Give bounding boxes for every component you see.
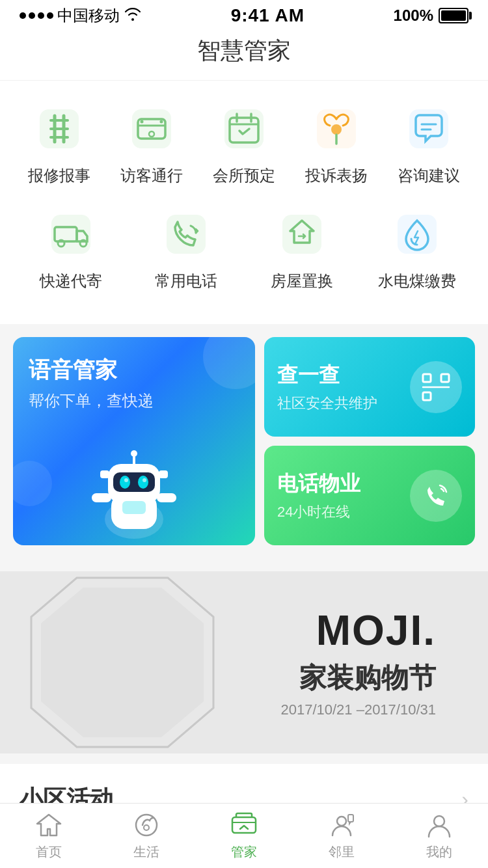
grid-label-house: 房屋置换 (271, 271, 333, 292)
manager-nav-icon (230, 811, 258, 839)
grid-label-phone: 常用电话 (155, 271, 217, 292)
grid-row-1: 报修报事 访客通行 (13, 100, 475, 186)
svg-marker-51 (41, 588, 204, 737)
svg-rect-48 (423, 392, 431, 400)
check-title: 查一查 (277, 361, 377, 390)
grid-item-consult[interactable]: 咨询建议 (390, 100, 468, 186)
banner-date: 2017/10/21 –2017/10/31 (280, 701, 436, 718)
property-text: 电话物业 24小时在线 (277, 470, 360, 522)
house-icon (273, 206, 331, 263)
nav-item-neighbor[interactable]: 邻里 (303, 811, 381, 861)
flower-icon (308, 100, 365, 157)
battery-icon (439, 8, 468, 23)
grid-item-visitor[interactable]: 访客通行 (113, 100, 191, 186)
grid-label-complaint: 投诉表扬 (305, 165, 368, 186)
nav-item-life[interactable]: 生活 (107, 811, 185, 861)
svg-point-36 (138, 476, 148, 489)
feature-check[interactable]: 查一查 社区安全共维护 (264, 337, 475, 437)
check-text: 查一查 社区安全共维护 (277, 361, 377, 413)
nav-label-home: 首页 (36, 843, 62, 861)
svg-point-11 (160, 120, 163, 124)
svg-point-18 (331, 124, 342, 135)
scan-icon (410, 361, 462, 413)
grid-item-repair[interactable]: 报修报事 (20, 100, 98, 186)
banner-brand: MOJI. (316, 606, 436, 655)
status-bar: 中国移动 9:41 AM 100% (0, 0, 488, 29)
nav-item-mine[interactable]: 我的 (400, 811, 478, 861)
signal-dots (20, 12, 53, 19)
grid-item-complaint[interactable]: 投诉表扬 (297, 100, 375, 186)
feature-property[interactable]: 电话物业 24小时在线 (264, 446, 475, 545)
ticket-icon (123, 100, 180, 157)
status-time: 9:41 AM (231, 5, 305, 26)
status-left: 中国移动 (20, 5, 142, 26)
grid-item-club[interactable]: 会所预定 (205, 100, 283, 186)
grid-item-phone[interactable]: 常用电话 (147, 206, 225, 292)
svg-rect-39 (100, 470, 109, 478)
grid-label-visitor: 访客通行 (120, 165, 183, 186)
grid-item-express[interactable]: 快递代寄 (32, 206, 110, 292)
banner-title: 家装购物节 (299, 660, 436, 696)
feature-section: 语音管家 帮你下单，查快递 (0, 324, 488, 558)
status-right: 100% (394, 7, 468, 25)
svg-point-37 (124, 478, 128, 482)
service-grid: 报修报事 访客通行 (0, 81, 488, 324)
life-nav-icon (132, 811, 161, 839)
svg-point-10 (141, 120, 144, 124)
svg-point-42 (131, 450, 137, 457)
neighbor-nav-icon (327, 811, 356, 839)
page-title: 智慧管家 (0, 29, 488, 81)
svg-point-56 (337, 817, 346, 826)
svg-rect-40 (159, 470, 168, 478)
check-subtitle: 社区安全共维护 (277, 394, 377, 413)
grid-label-consult: 咨询建议 (398, 165, 460, 186)
mine-nav-icon (425, 811, 454, 839)
svg-point-35 (120, 476, 130, 489)
grid-label-express: 快递代寄 (40, 271, 102, 292)
feature-right-cards: 查一查 社区安全共维护 电话物业 24小时在线 (264, 337, 475, 545)
nav-item-manager[interactable]: 管家 (205, 811, 283, 861)
bottom-nav: 首页 生活 管家 (0, 803, 488, 868)
drop-icon (388, 206, 446, 263)
svg-rect-45 (157, 493, 176, 502)
phone-call-icon (410, 470, 462, 522)
nav-label-manager: 管家 (231, 843, 257, 861)
svg-point-53 (144, 825, 149, 830)
svg-rect-43 (122, 501, 146, 514)
nav-label-neighbor: 邻里 (329, 843, 355, 861)
feature-voice-assistant[interactable]: 语音管家 帮你下单，查快递 (13, 337, 255, 545)
svg-point-38 (142, 478, 146, 482)
banner-shape (0, 571, 244, 753)
home-nav-icon (34, 811, 63, 839)
carrier-label: 中国移动 (57, 5, 120, 26)
phone-icon (157, 206, 215, 263)
calendar-icon (215, 100, 273, 157)
svg-rect-34 (113, 472, 155, 492)
voice-subtitle: 帮你下单，查快递 (29, 390, 239, 411)
nav-label-life: 生活 (133, 843, 159, 861)
wifi-icon (124, 7, 142, 25)
banner-text: MOJI. 家装购物节 2017/10/21 –2017/10/31 (280, 606, 436, 718)
svg-point-57 (434, 816, 444, 826)
svg-rect-27 (167, 215, 206, 254)
property-title: 电话物业 (277, 470, 360, 498)
grid-label-repair: 报修报事 (28, 165, 90, 186)
grid-item-house[interactable]: 房屋置换 (263, 206, 341, 292)
nav-item-home[interactable]: 首页 (10, 811, 88, 861)
svg-rect-46 (423, 374, 431, 382)
battery-percent: 100% (394, 7, 433, 25)
chat-icon (400, 100, 457, 157)
grid-label-club: 会所预定 (213, 165, 275, 186)
truck-icon (42, 206, 100, 263)
wrench-icon (31, 100, 88, 157)
nav-label-mine: 我的 (426, 843, 452, 861)
grid-row-2: 快递代寄 常用电话 (13, 206, 475, 292)
grid-label-utility: 水电煤缴费 (378, 271, 456, 292)
svg-rect-44 (92, 493, 111, 502)
property-subtitle: 24小时在线 (277, 502, 360, 522)
robot-illustration (75, 428, 193, 545)
banner-section[interactable]: MOJI. 家装购物节 2017/10/21 –2017/10/31 (0, 571, 488, 753)
grid-item-utility[interactable]: 水电煤缴费 (378, 206, 456, 292)
svg-rect-47 (441, 374, 449, 382)
